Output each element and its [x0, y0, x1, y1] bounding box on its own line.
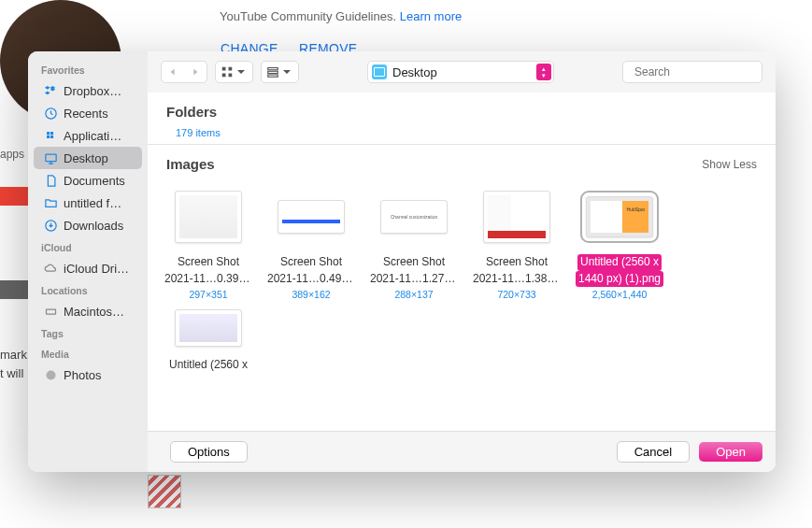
sidebar-item-untitled[interactable]: untitled f… — [34, 192, 142, 214]
dialog-footer: Options Cancel Open — [148, 431, 776, 472]
sidebar-item-downloads[interactable]: Downloads — [34, 214, 142, 236]
file-open-dialog: Favorites Dropbox… Recents Applicati… De… — [28, 51, 776, 472]
sidebar-label: iCloud Dri… — [64, 262, 129, 276]
images-section-title: Images — [166, 156, 215, 172]
file-thumbnail — [175, 309, 242, 347]
file-name: Screen Shot — [380, 254, 448, 271]
sidebar-label: Dropbox… — [64, 84, 121, 98]
file-dimensions: 720×733 — [497, 289, 535, 300]
svg-point-4 — [46, 370, 55, 379]
file-item[interactable]: Screen Shot 2021-11…0.49 PM 389×162 — [260, 191, 363, 300]
bg-pattern — [148, 475, 181, 508]
svg-rect-11 — [268, 75, 278, 77]
view-mode-grid[interactable] — [215, 61, 253, 83]
photos-icon — [43, 367, 58, 382]
file-dimensions: 288×137 — [394, 289, 433, 300]
folder-icon — [43, 195, 58, 210]
nav-buttons — [161, 61, 207, 83]
guideline-text: YouTube Community Guidelines. Learn more — [220, 9, 462, 23]
applications-icon — [43, 128, 58, 143]
file-dimensions: 389×162 — [292, 289, 330, 300]
search-input[interactable] — [634, 65, 775, 78]
sidebar-label: Recents — [64, 107, 108, 121]
svg-rect-3 — [46, 309, 55, 314]
forward-button[interactable] — [184, 62, 207, 82]
svg-rect-9 — [268, 68, 278, 70]
sidebar-label: Downloads — [64, 219, 123, 233]
bg-text: apps — [0, 148, 24, 161]
options-button[interactable]: Options — [170, 441, 248, 463]
back-button[interactable] — [162, 62, 184, 82]
file-dimensions: 297×351 — [189, 289, 227, 300]
clock-icon — [43, 106, 58, 121]
desktop-icon — [43, 150, 58, 165]
cancel-button[interactable]: Cancel — [617, 441, 690, 463]
file-name: Screen Shot — [278, 254, 345, 271]
sidebar-item-desktop[interactable]: Desktop — [34, 147, 142, 169]
sidebar-label: Desktop — [64, 151, 108, 165]
dropbox-icon — [43, 83, 58, 98]
sidebar-item-recents[interactable]: Recents — [34, 102, 142, 124]
bg-bar — [0, 187, 28, 206]
file-item-selected[interactable]: Untitled (2560 x 1440 px) (1).png 2,560×… — [568, 191, 671, 300]
svg-rect-8 — [229, 74, 233, 78]
open-button[interactable]: Open — [699, 442, 762, 462]
file-name: Screen Shot — [175, 254, 242, 271]
sidebar-item-macintosh[interactable]: Macintos… — [34, 300, 142, 322]
folder-item-count: 179 items — [148, 127, 776, 138]
sidebar-item-dropbox[interactable]: Dropbox… — [34, 79, 142, 102]
file-item[interactable]: Untitled (2560 x — [157, 309, 260, 371]
location-selector[interactable]: Desktop — [367, 61, 554, 83]
downloads-icon — [43, 218, 58, 233]
content-area: Folders 179 items Images Show Less Scree… — [148, 93, 776, 431]
location-label: Desktop — [392, 65, 437, 79]
dropdown-arrows-icon — [536, 64, 551, 80]
file-item[interactable]: Screen Shot 2021-11…1.38 PM 720×733 — [465, 191, 568, 300]
file-item[interactable]: Channel customization Screen Shot 2021-1… — [363, 191, 465, 300]
file-thumbnail — [586, 196, 653, 237]
sidebar: Favorites Dropbox… Recents Applicati… De… — [28, 51, 148, 472]
show-less-link[interactable]: Show Less — [702, 158, 757, 171]
sidebar-label: Macintos… — [64, 305, 124, 319]
media-header: Media — [28, 343, 148, 364]
bg-text: mark — [0, 348, 27, 362]
sidebar-item-applications[interactable]: Applicati… — [34, 124, 142, 147]
file-thumbnail — [175, 191, 242, 243]
file-thumbnail — [483, 191, 550, 243]
file-name: 1440 px) (1).png — [576, 271, 663, 288]
sidebar-item-photos[interactable]: Photos — [34, 364, 142, 386]
file-name: Untitled (2560 x — [577, 254, 662, 271]
disk-icon — [43, 304, 58, 319]
files-grid: Screen Shot 2021-11…0.39 PM 297×351 Scre… — [148, 179, 776, 392]
file-thumbnail — [278, 200, 345, 234]
svg-rect-5 — [222, 67, 226, 71]
bg-bar — [0, 280, 28, 299]
toolbar: Desktop — [148, 51, 776, 93]
file-item[interactable]: Screen Shot 2021-11…0.39 PM 297×351 — [157, 191, 260, 300]
sidebar-label: Photos — [64, 368, 101, 382]
sidebar-label: Documents — [64, 174, 125, 188]
sidebar-label: Applicati… — [64, 129, 121, 143]
file-name: 2021-11…0.49 PM — [264, 271, 358, 288]
svg-rect-7 — [222, 74, 226, 78]
svg-rect-10 — [268, 71, 278, 73]
file-name: 2021-11…1.27 PM — [367, 271, 461, 288]
file-name: Untitled (2560 x — [169, 358, 248, 371]
locations-header: Locations — [28, 279, 148, 300]
file-dimensions: 2,560×1,440 — [592, 289, 648, 300]
sidebar-item-icloud[interactable]: iCloud Dri… — [34, 257, 142, 279]
main-panel: Desktop Folders 179 items Images Show Le… — [148, 51, 776, 472]
svg-rect-6 — [229, 67, 233, 71]
file-name: 2021-11…0.39 PM — [162, 271, 255, 288]
search-field[interactable] — [622, 61, 762, 83]
file-name: 2021-11…1.38 PM — [470, 271, 563, 288]
sidebar-item-documents[interactable]: Documents — [34, 169, 142, 192]
desktop-folder-icon — [372, 64, 387, 79]
tags-header: Tags — [28, 322, 148, 343]
group-mode[interactable] — [261, 61, 299, 83]
folders-section-title: Folders — [166, 104, 217, 120]
file-name: Screen Shot — [483, 254, 550, 271]
learn-more-link[interactable]: Learn more — [400, 9, 462, 23]
bg-text: t will — [0, 366, 23, 380]
file-thumbnail: Channel customization — [380, 200, 448, 234]
